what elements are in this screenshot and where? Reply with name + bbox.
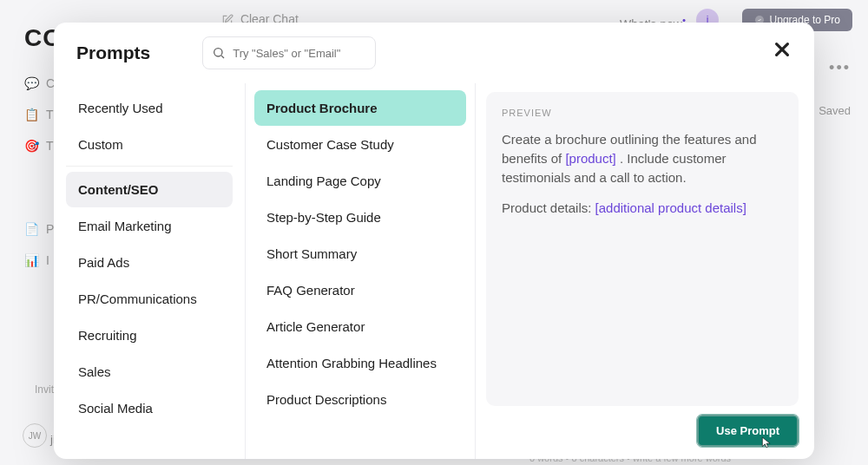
prompts-modal: Prompts Recently Used Custom Content/SEO… [54, 23, 814, 459]
prompt-attention-headlines[interactable]: Attention Grabbing Headlines [254, 345, 466, 381]
prompt-customer-case-study[interactable]: Customer Case Study [254, 127, 466, 162]
sidebar-item[interactable]: 📄 P [24, 222, 55, 236]
search-input[interactable] [233, 47, 366, 60]
divider [66, 166, 233, 167]
sidebar-item[interactable]: 💬 C [24, 76, 55, 90]
more-menu-icon[interactable]: ••• [829, 59, 851, 77]
svg-point-1 [214, 49, 222, 56]
sidebar-item[interactable]: 📋 T [24, 108, 55, 121]
search-input-wrap[interactable] [202, 36, 376, 69]
sidebar-item[interactable]: 🎯 T [24, 139, 55, 153]
use-prompt-label: Use Prompt [716, 424, 779, 437]
preview-column: PREVIEW Create a brochure outlining the … [476, 83, 814, 459]
category-pr-communications[interactable]: PR/Communications [66, 281, 233, 317]
left-nav: 💬 C 📋 T 🎯 T 📄 P 📊 I [24, 76, 55, 285]
prompt-step-by-step-guide[interactable]: Step-by-Step Guide [254, 200, 466, 235]
prompt-article-generator[interactable]: Article Generator [254, 309, 466, 344]
preview-label: PREVIEW [502, 108, 783, 118]
category-social-media[interactable]: Social Media [66, 390, 233, 426]
prompt-product-descriptions[interactable]: Product Descriptions [254, 382, 466, 417]
category-paid-ads[interactable]: Paid Ads [66, 245, 233, 280]
prompt-faq-generator[interactable]: FAQ Generator [254, 272, 466, 308]
preview-line2-a: Product details: [502, 200, 595, 215]
user-avatar-small[interactable]: JW [23, 423, 47, 448]
preview-actions: Use Prompt [486, 406, 799, 447]
category-recruiting[interactable]: Recruiting [66, 318, 233, 353]
modal-header: Prompts [54, 23, 814, 83]
prompt-short-summary[interactable]: Short Summary [254, 236, 466, 272]
category-content-seo[interactable]: Content/SEO [66, 172, 233, 207]
category-custom[interactable]: Custom [66, 127, 233, 162]
close-button[interactable] [773, 40, 792, 62]
search-icon [212, 46, 226, 60]
category-sales[interactable]: Sales [66, 354, 233, 390]
category-recently-used[interactable]: Recently Used [66, 90, 233, 126]
use-prompt-button[interactable]: Use Prompt [697, 415, 799, 447]
modal-title: Prompts [76, 43, 150, 63]
sidebar-item[interactable]: 📊 I [24, 253, 55, 267]
prompt-product-brochure[interactable]: Product Brochure [254, 90, 466, 126]
placeholder-product[interactable]: [product] [565, 151, 615, 166]
placeholder-details[interactable]: [additional product details] [595, 200, 746, 215]
modal-body: Recently Used Custom Content/SEO Email M… [54, 83, 814, 459]
preview-text: Create a brochure outlining the features… [502, 130, 783, 218]
prompt-landing-page-copy[interactable]: Landing Page Copy [254, 163, 466, 199]
prompt-list-column: Product Brochure Customer Case Study Lan… [245, 83, 476, 459]
svg-line-2 [221, 56, 224, 58]
category-column: Recently Used Custom Content/SEO Email M… [54, 83, 245, 459]
category-email-marketing[interactable]: Email Marketing [66, 208, 233, 244]
close-icon [773, 40, 792, 59]
preview-box: PREVIEW Create a brochure outlining the … [486, 92, 799, 406]
